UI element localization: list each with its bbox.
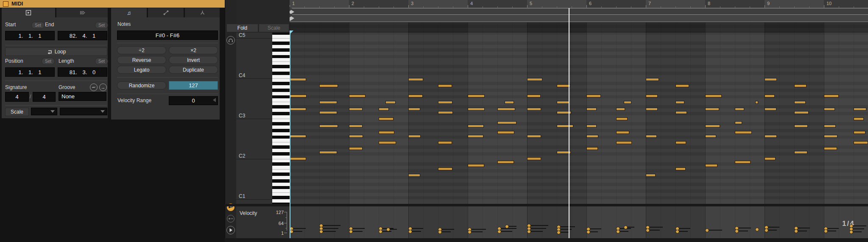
midi-note[interactable] [794,84,807,87]
midi-note[interactable] [468,95,485,97]
loop-button[interactable]: Loop [5,47,107,56]
midi-note[interactable] [438,111,453,114]
midi-note[interactable] [616,117,628,120]
midi-note[interactable] [290,78,306,81]
midi-note[interactable] [408,78,423,81]
velocity-marker[interactable] [735,229,739,233]
midi-note[interactable] [438,101,452,104]
midi-note[interactable] [675,101,684,104]
velocity-marker[interactable] [616,230,620,234]
midi-note[interactable] [319,151,337,154]
randomize-button[interactable]: Randomize [117,81,166,89]
midi-note[interactable] [765,108,776,111]
midi-note[interactable] [675,84,689,87]
midi-note[interactable] [527,78,542,81]
midi-note[interactable] [616,108,625,111]
midi-note[interactable] [557,125,573,128]
velocity-lane[interactable] [290,206,868,238]
midi-note[interactable] [408,135,421,138]
velocity-marker[interactable] [408,230,412,234]
midi-note[interactable] [765,135,777,138]
velocity-range-drag-icon[interactable] [213,98,216,102]
midi-note[interactable] [497,131,514,134]
end-set-button[interactable]: Set [95,22,108,29]
groove-select[interactable]: None [59,92,106,101]
scale-name-select[interactable] [60,108,107,115]
midi-note[interactable] [824,95,839,97]
velocity-marker[interactable] [646,228,650,232]
midi-note[interactable] [468,125,484,128]
velocity-marker[interactable] [527,230,531,234]
midi-note[interactable] [497,161,514,164]
position-value-field[interactable]: 1. 1. 1 [5,67,55,77]
midi-note[interactable] [765,95,775,97]
midi-note[interactable] [675,111,687,114]
midi-note[interactable] [586,95,601,97]
midi-note[interactable] [646,108,658,111]
midi-note[interactable] [794,125,808,128]
velocity-marker[interactable] [824,229,828,233]
invert-button[interactable]: Invert [169,56,218,64]
signature-denominator-field[interactable]: 4 [33,92,56,102]
midi-note[interactable] [379,108,389,111]
midi-note[interactable] [497,108,515,111]
midi-note[interactable] [646,174,656,177]
beat-time-ruler[interactable]: 12345678910 [290,0,868,8]
midi-note[interactable] [755,101,758,104]
clip-title-bar[interactable]: MIDI [0,0,225,8]
midi-note[interactable] [586,108,597,111]
piano-keyboard[interactable] [272,33,290,204]
midi-note[interactable] [675,141,686,144]
midi-note[interactable] [379,131,394,134]
midi-note[interactable] [705,164,717,167]
note-range-field[interactable]: F#0 - F#6 [117,31,218,40]
midi-note[interactable] [349,135,363,138]
midi-note[interactable] [735,161,751,164]
midi-note[interactable] [349,125,363,128]
velocity-marker[interactable] [319,230,323,234]
midi-note[interactable] [468,108,485,111]
velocity-marker[interactable] [497,230,501,234]
velocity-marker[interactable] [765,228,768,232]
midi-note[interactable] [505,101,514,104]
midi-note[interactable] [765,78,777,81]
velocity-marker[interactable] [705,228,709,232]
lane-options-icon[interactable] [227,215,234,223]
velocity-marker[interactable] [794,229,798,233]
velocity-marker[interactable] [675,230,679,234]
midi-note[interactable] [438,141,452,144]
midi-note[interactable] [586,125,597,128]
midi-note[interactable] [527,108,541,111]
midi-note[interactable] [468,164,484,167]
midi-note[interactable] [675,167,686,170]
midi-note[interactable] [290,108,306,111]
midi-note[interactable] [824,125,836,128]
midi-note[interactable] [557,101,569,104]
velocity-marker[interactable] [557,231,561,234]
clip-color-swatch-icon[interactable] [3,1,8,7]
preview-headphone-icon[interactable] [226,36,235,45]
velocity-marker[interactable] [755,228,759,231]
midi-note[interactable] [385,101,396,104]
midi-note[interactable] [646,135,657,138]
randomize-range-field[interactable]: 127 [169,81,218,90]
midi-note[interactable] [705,135,716,138]
midi-note[interactable] [497,121,516,124]
midi-note[interactable] [349,147,363,150]
midi-note[interactable] [586,147,598,150]
midi-note[interactable] [854,131,865,134]
midi-note[interactable] [765,157,776,160]
midi-note[interactable] [794,151,807,154]
midi-note[interactable] [824,147,837,150]
midi-note[interactable] [349,95,366,97]
tab-launch[interactable] [56,8,108,17]
midi-note[interactable] [438,84,452,87]
midi-note[interactable] [616,141,632,144]
midi-note[interactable] [319,101,337,104]
velocity-marker[interactable] [438,230,442,234]
midi-note[interactable] [824,135,837,138]
midi-note[interactable] [319,111,337,114]
velocity-marker[interactable] [586,230,590,234]
start-value-field[interactable]: 1. 1. 1 [5,31,55,40]
midi-note[interactable] [824,108,835,111]
